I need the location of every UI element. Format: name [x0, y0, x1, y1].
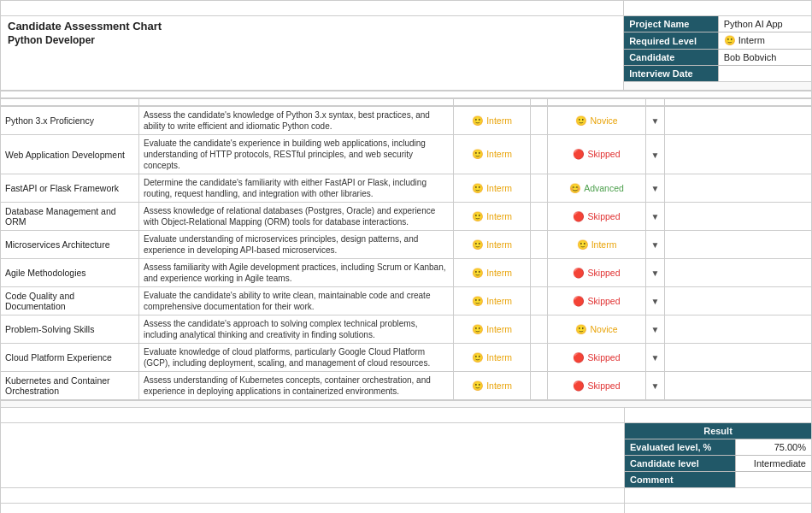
comment-label: Comment — [625, 472, 736, 488]
dropdown-arrow[interactable]: ▼ — [646, 174, 665, 203]
candidate-level-cell: 🔴 Skipped — [548, 287, 646, 315]
skill-name: Database Management and ORM — [1, 203, 139, 231]
candidate-level-cell: 🙂 Novice — [548, 107, 646, 135]
skill-name: FastAPI or Flask Framework — [1, 174, 139, 203]
spacer-cell — [531, 259, 548, 287]
skill-description: Assess the candidate's knowledge of Pyth… — [139, 107, 454, 135]
skill-name: Web Application Development — [1, 135, 139, 174]
dropdown-arrow[interactable]: ▼ — [646, 107, 665, 135]
required-level-value: 🙂 Interm — [718, 32, 811, 50]
candidate-level-cell: 🔴 Skipped — [548, 372, 646, 400]
candidate-level-cell: 🙂 Interm — [548, 231, 646, 259]
required-level-cell: 🙂 Interm — [454, 287, 531, 315]
candidate-level-cell: 🔴 Skipped — [548, 344, 646, 372]
dropdown-arrow[interactable]: ▼ — [646, 287, 665, 315]
dropdown-arrow[interactable]: ▼ — [646, 203, 665, 231]
skill-name: Agile Methodologies — [1, 259, 139, 287]
candidate-value: Bob Bobvich — [718, 50, 811, 66]
main-title: Candidate Assessment Chart — [8, 20, 616, 32]
candidate-level-cell: 🔴 Skipped — [548, 135, 646, 174]
required-level-cell: 🙂 Interm — [454, 259, 531, 287]
spacer-cell — [531, 315, 548, 344]
candidate-level-cell: 😊 Advanced — [548, 174, 646, 203]
comment-cell — [665, 231, 812, 259]
required-level-cell: 🙂 Interm — [454, 315, 531, 344]
spacer-cell — [531, 107, 548, 135]
required-level-cell: 🙂 Interm — [454, 203, 531, 231]
candidate-level-cell: 🔴 Skipped — [548, 259, 646, 287]
evaluated-value: 75.00% — [736, 439, 811, 456]
candidate-level-result-value: Intermediate — [736, 456, 811, 472]
interview-date-value — [718, 66, 811, 82]
skill-name: Microservices Architecture — [1, 231, 139, 259]
required-level-label: Required Level — [624, 32, 718, 50]
skill-description: Evaluate the candidate's experience in b… — [139, 135, 454, 174]
dropdown-arrow[interactable]: ▼ — [646, 135, 665, 174]
project-name-label: Project Name — [624, 16, 718, 32]
skill-name: Python 3.x Proficiency — [1, 107, 139, 135]
dropdown-arrow[interactable]: ▼ — [646, 344, 665, 372]
candidate-level-cell: 🙂 Novice — [548, 315, 646, 344]
candidate-level-cell: 🔴 Skipped — [548, 203, 646, 231]
required-level-cell: 🙂 Interm — [454, 231, 531, 259]
dropdown-arrow[interactable]: ▼ — [646, 315, 665, 344]
comment-cell — [665, 344, 812, 372]
comment-value — [736, 472, 811, 488]
skill-description: Assess the candidate's approach to solvi… — [139, 315, 454, 344]
required-level-cell: 🙂 Interm — [454, 344, 531, 372]
spacer-cell — [531, 372, 548, 400]
spacer-cell — [531, 287, 548, 315]
spacer-cell — [531, 135, 548, 174]
skill-description: Assess knowledge of relational databases… — [139, 203, 454, 231]
comment-cell — [665, 372, 812, 400]
skill-description: Assess familiarity with Agile developmen… — [139, 259, 454, 287]
sub-title: Python Developer — [8, 34, 616, 46]
required-level-cell: 🙂 Interm — [454, 174, 531, 203]
dropdown-arrow[interactable]: ▼ — [646, 231, 665, 259]
required-level-cell: 🙂 Interm — [454, 372, 531, 400]
spacer-cell — [531, 231, 548, 259]
candidate-label: Candidate — [624, 50, 718, 66]
spacer-cell — [531, 344, 548, 372]
spacer-cell — [531, 174, 548, 203]
interview-date-label: Interview Date — [624, 66, 718, 82]
skill-description: Evaluate the candidate's ability to writ… — [139, 287, 454, 315]
candidate-level-result-label: Candidate level — [625, 456, 736, 472]
skill-name: Problem-Solving Skills — [1, 315, 139, 344]
evaluated-label: Evaluated level, % — [625, 439, 736, 456]
required-level-cell: 🙂 Interm — [454, 135, 531, 174]
skill-description: Assess understanding of Kubernetes conce… — [139, 372, 454, 400]
project-name-value: Python AI App — [718, 16, 811, 32]
result-header: Result — [625, 423, 811, 439]
required-level-cell: 🙂 Interm — [454, 107, 531, 135]
skill-name: Kubernetes and Container Orchestration — [1, 372, 139, 400]
skill-description: Evaluate knowledge of cloud platforms, p… — [139, 344, 454, 372]
comment-cell — [665, 203, 812, 231]
skill-description: Determine the candidate's familiarity wi… — [139, 174, 454, 203]
skill-description: Evaluate understanding of microservices … — [139, 231, 454, 259]
comment-cell — [665, 259, 812, 287]
comment-cell — [665, 315, 812, 344]
comment-cell — [665, 107, 812, 135]
skill-name: Cloud Platform Experience — [1, 344, 139, 372]
dropdown-arrow[interactable]: ▼ — [646, 372, 665, 400]
comment-cell — [665, 287, 812, 315]
skill-name: Code Quality and Documentation — [1, 287, 139, 315]
dropdown-arrow[interactable]: ▼ — [646, 259, 665, 287]
comment-cell — [665, 135, 812, 174]
spacer-cell — [531, 203, 548, 231]
comment-cell — [665, 174, 812, 203]
